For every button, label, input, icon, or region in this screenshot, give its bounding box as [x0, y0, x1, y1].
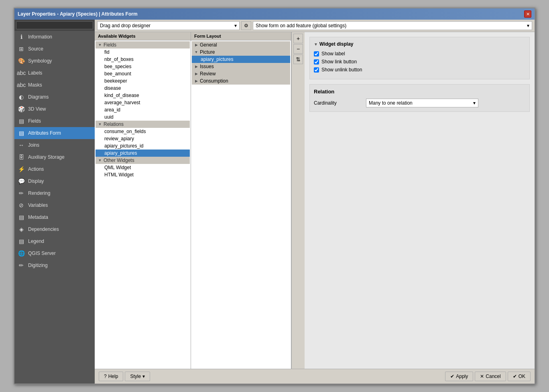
available-widgets-panel: Available Widgets ▼ Fields fid nbr_of_bo… — [95, 32, 191, 369]
show-link-button-text: Show link button — [321, 59, 357, 65]
relations-group[interactable]: ▼ Relations — [96, 121, 190, 128]
form-layout-title: Form Layout — [191, 32, 291, 40]
relation-apiary-pictures-id[interactable]: apiary_pictures_id — [96, 142, 190, 150]
widget-properties-panel: ▼ Widget display Show label Show link bu… — [305, 32, 535, 369]
panel-icon-buttons: + − ⇅ — [291, 32, 305, 369]
style-arrow: ▾ — [142, 374, 145, 379]
form-issues[interactable]: ▶ Issues — [192, 63, 290, 70]
relation-section: Relation Cardinality Many to one relatio… — [309, 84, 530, 112]
auxiliary-storage-icon: 🗄 — [18, 154, 25, 161]
help-button[interactable]: ? Help — [99, 372, 123, 381]
field-kind-of-disease[interactable]: kind_of_disease — [96, 92, 190, 99]
ok-button[interactable]: ✔ OK — [508, 372, 531, 381]
sidebar-item-actions[interactable]: ⚡ Actions — [14, 163, 95, 175]
show-unlink-button-checkbox[interactable] — [314, 67, 319, 73]
sidebar-item-label-information: Information — [28, 34, 52, 40]
show-label-checkbox[interactable] — [314, 51, 319, 57]
field-bee-amount[interactable]: bee_amount — [96, 70, 190, 77]
sidebar-item-label-symbology: Symbology — [28, 58, 52, 64]
attributes-form-icon: ▤ — [18, 129, 25, 137]
sidebar-item-information[interactable]: ℹ Information — [14, 31, 95, 43]
sidebar-item-digitizing[interactable]: ✏ Digitizing — [14, 259, 95, 271]
panels: Available Widgets ▼ Fields fid nbr_of_bo… — [95, 32, 535, 369]
add-item-button[interactable]: + — [293, 34, 303, 43]
title-bar: Layer Properties - Apiary (Species) | At… — [14, 8, 535, 20]
sidebar-item-label-rendering: Rendering — [28, 190, 50, 196]
sidebar-item-source[interactable]: ⊞ Source — [14, 43, 95, 55]
sidebar-item-legend[interactable]: ▤ Legend — [14, 235, 95, 247]
sidebar-item-label-labels: Labels — [28, 70, 42, 76]
other-widgets-group-label: Other Widgets — [104, 158, 134, 163]
form-review[interactable]: ▶ Review — [192, 70, 290, 77]
cancel-label: Cancel — [486, 374, 500, 379]
sidebar-item-label-masks: Masks — [28, 82, 42, 88]
sidebar-item-3dview[interactable]: 🎲 3D View — [14, 103, 95, 115]
form-layout-container: Form Layout ▶ General ▼ Picture — [191, 32, 305, 369]
move-item-button[interactable]: ⇅ — [293, 55, 303, 64]
cancel-icon: ✕ — [480, 374, 484, 379]
show-label-text: Show label — [321, 51, 345, 57]
field-bee-species[interactable]: bee_species — [96, 63, 190, 70]
style-button[interactable]: Style ▾ — [125, 372, 150, 381]
relations-group-label: Relations — [104, 121, 124, 127]
other-widgets-group[interactable]: ▼ Other Widgets — [96, 157, 190, 164]
sidebar-item-rendering[interactable]: ✏ Rendering — [14, 187, 95, 199]
form-picture[interactable]: ▼ Picture — [192, 48, 290, 56]
fields-group[interactable]: ▼ Fields — [96, 41, 190, 48]
sidebar-item-metadata[interactable]: ▤ Metadata — [14, 211, 95, 223]
widget-qml[interactable]: QML Widget — [96, 164, 190, 171]
cardinality-row: Cardinality Many to one relation ▾ — [314, 99, 525, 107]
sidebar-item-attributes-form[interactable]: ▤ Attributes Form — [14, 127, 95, 139]
cardinality-dropdown[interactable]: Many to one relation ▾ — [366, 99, 478, 107]
apply-button[interactable]: ✔ Apply — [445, 372, 473, 381]
bottom-left-buttons: ? Help Style ▾ — [99, 372, 150, 381]
sidebar-item-symbology[interactable]: 🎨 Symbology — [14, 55, 95, 67]
sidebar-item-masks[interactable]: abc Masks — [14, 79, 95, 91]
sidebar-item-label-dependencies: Dependencies — [28, 226, 59, 232]
form-apiary-pictures[interactable]: apiary_pictures — [192, 56, 290, 63]
field-disease[interactable]: disease — [96, 85, 190, 92]
form-general[interactable]: ▶ General — [192, 41, 290, 48]
relations-arrow: ▼ — [97, 122, 103, 126]
relation-apiary-pictures[interactable]: apiary_pictures — [96, 150, 190, 157]
field-uuid[interactable]: uuid — [96, 113, 190, 121]
field-fid[interactable]: fid — [96, 48, 190, 56]
field-area-id[interactable]: area_id — [96, 106, 190, 113]
field-average-harvest[interactable]: average_harvest — [96, 99, 190, 106]
sidebar-item-label-metadata: Metadata — [28, 214, 48, 220]
widget-html[interactable]: HTML Widget — [96, 171, 190, 178]
remove-item-button[interactable]: − — [293, 44, 303, 54]
cardinality-arrow: ▾ — [473, 100, 476, 106]
relation-consume-on-fields[interactable]: consume_on_fields — [96, 128, 190, 135]
sidebar-item-label-qgis-server: QGIS Server — [28, 251, 56, 256]
widget-display-header: ▼ Widget display — [314, 41, 525, 47]
sidebar-item-labels[interactable]: abc Labels — [14, 67, 95, 79]
designer-dropdown[interactable]: Drag and drop designer ▾ — [97, 21, 240, 30]
form-consumption[interactable]: ▶ Consumption — [192, 77, 290, 85]
field-beekeeper[interactable]: beekeeper — [96, 77, 190, 85]
apply-label: Apply — [456, 374, 468, 379]
settings-button[interactable]: ⚙ — [241, 21, 251, 30]
main-area: Drag and drop designer ▾ ⚙ Show form on … — [95, 20, 535, 384]
sidebar-item-auxiliary-storage[interactable]: 🗄 Auxiliary Storage — [14, 151, 95, 163]
widget-display-collapse-icon[interactable]: ▼ — [314, 42, 318, 46]
sidebar-item-diagrams[interactable]: ◐ Diagrams — [14, 91, 95, 103]
relation-review-apiary[interactable]: review_apiary — [96, 135, 190, 142]
review-arrow: ▶ — [193, 72, 199, 76]
fields-arrow: ▼ — [97, 43, 103, 47]
field-nbr-of-boxes[interactable]: nbr_of_boxes — [96, 56, 190, 63]
sidebar-item-variables[interactable]: ⊘ Variables — [14, 199, 95, 211]
sidebar-search-input[interactable] — [16, 21, 93, 29]
show-link-button-checkbox[interactable] — [314, 59, 319, 65]
sidebar-item-qgis-server[interactable]: 🌐 QGIS Server — [14, 247, 95, 259]
sidebar: ℹ Information ⊞ Source 🎨 Symbology abc L… — [14, 20, 95, 384]
widget-display-section: ▼ Widget display Show label Show link bu… — [309, 37, 530, 79]
sidebar-item-fields[interactable]: ▤ Fields — [14, 115, 95, 127]
sidebar-item-dependencies[interactable]: ◈ Dependencies — [14, 223, 95, 235]
cancel-button[interactable]: ✕ Cancel — [475, 372, 506, 381]
form-settings-dropdown[interactable]: Show form on add feature (global setting… — [253, 21, 532, 30]
sidebar-item-label-source: Source — [28, 46, 43, 52]
close-button[interactable]: ✕ — [524, 10, 531, 18]
sidebar-item-display[interactable]: 💬 Display — [14, 175, 95, 187]
sidebar-item-joins[interactable]: ↔ Joins — [14, 139, 95, 151]
